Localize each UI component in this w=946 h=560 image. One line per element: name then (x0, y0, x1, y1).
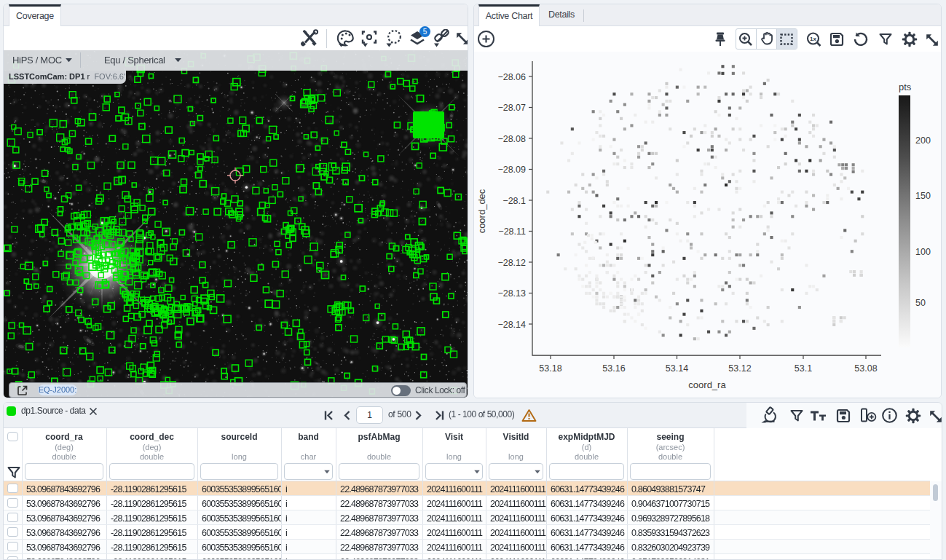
svg-text:100: 100 (915, 247, 931, 257)
svg-text:−28.12: −28.12 (497, 258, 526, 268)
svg-text:−28.14: −28.14 (497, 320, 526, 330)
svg-text:150: 150 (915, 191, 931, 201)
svg-text:−28.08: −28.08 (497, 134, 526, 144)
svg-text:−28.1: −28.1 (502, 196, 526, 206)
svg-text:53.16: 53.16 (602, 363, 625, 374)
svg-text:pts: pts (899, 82, 912, 92)
svg-text:53.12: 53.12 (728, 363, 751, 374)
svg-text:53.1: 53.1 (795, 363, 812, 374)
svg-text:200: 200 (915, 135, 931, 146)
svg-text:−28.06: −28.06 (497, 72, 526, 82)
svg-text:coord_ra: coord_ra (688, 379, 726, 390)
svg-text:53.08: 53.08 (854, 363, 877, 374)
svg-text:50: 50 (915, 298, 926, 308)
svg-text:−28.07: −28.07 (497, 103, 526, 113)
svg-text:53.18: 53.18 (539, 363, 561, 374)
svg-text:−28.13: −28.13 (497, 288, 526, 299)
svg-text:1x: 1x (810, 36, 816, 42)
svg-text:−28.11: −28.11 (498, 226, 526, 237)
svg-text:coord_dec: coord_dec (476, 189, 487, 233)
svg-text:53.14: 53.14 (666, 363, 688, 374)
svg-text:−28.09: −28.09 (497, 165, 526, 175)
